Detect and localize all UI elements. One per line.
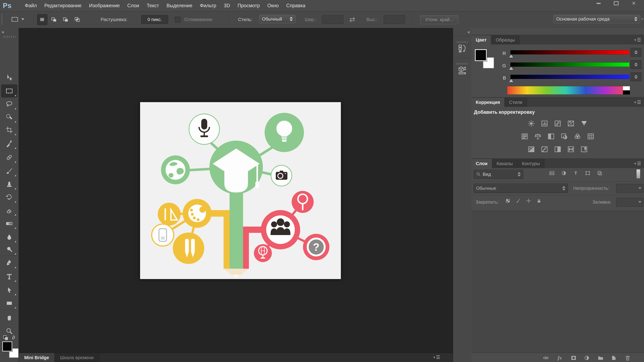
new-layer-icon[interactable] (610, 355, 617, 361)
photo-filter-icon[interactable] (560, 133, 568, 140)
layer-mask-icon[interactable] (570, 355, 577, 361)
green-value-input[interactable]: 0 (630, 60, 642, 69)
swap-colors-button[interactable] (2, 335, 17, 341)
blue-value-input[interactable]: 0 (630, 72, 642, 81)
crop-tool[interactable] (1, 123, 17, 136)
quick-selection-tool[interactable] (1, 111, 17, 124)
lock-all-icon[interactable] (536, 197, 542, 204)
lasso-tool[interactable] (1, 98, 17, 111)
blue-slider-thumb[interactable] (509, 79, 513, 82)
dodge-tool[interactable] (1, 243, 17, 256)
new-group-icon[interactable] (597, 355, 604, 361)
expand-tools-icon[interactable]: » (2, 29, 3, 34)
green-slider-thumb[interactable] (509, 67, 513, 70)
tab-mini-bridge[interactable]: Mini Bridge (19, 353, 55, 362)
tab-layers[interactable]: Слои (471, 159, 492, 168)
layer-style-icon[interactable]: fx (556, 355, 563, 361)
tool-preset-picker[interactable] (10, 15, 24, 23)
blue-slider[interactable] (510, 74, 630, 79)
path-selection-tool[interactable] (1, 284, 17, 297)
tools-grip[interactable] (4, 36, 16, 38)
fill-value-dropdown[interactable] (616, 198, 643, 207)
minimize-button[interactable] (593, 0, 604, 6)
brush-tool[interactable] (1, 165, 17, 178)
black-swatch[interactable] (623, 90, 630, 94)
channel-mixer-icon[interactable] (573, 133, 582, 140)
refine-edge-button[interactable]: Уточн. край... (420, 15, 458, 24)
eraser-tool[interactable] (1, 204, 17, 217)
rectangular-marquee-tool[interactable] (1, 84, 17, 97)
hand-tool[interactable] (1, 312, 17, 325)
exposure-icon[interactable] (567, 120, 575, 127)
filter-by-type-icon[interactable]: T (572, 170, 579, 177)
layers-panel-menu-icon[interactable]: ▾☰ (634, 161, 641, 166)
menu-select[interactable]: Выделение (163, 1, 196, 11)
posterize-icon[interactable] (540, 145, 549, 153)
color-balance-icon[interactable] (534, 133, 542, 140)
invert-icon[interactable] (527, 145, 536, 153)
history-panel-button[interactable] (453, 36, 471, 58)
3d-panel-button[interactable] (453, 58, 471, 79)
rectangle-tool[interactable] (1, 297, 17, 310)
green-slider[interactable] (510, 62, 630, 67)
pen-tool[interactable] (1, 257, 17, 270)
gradient-tool[interactable] (1, 217, 17, 230)
width-input[interactable] (322, 15, 344, 24)
gradient-map-icon[interactable] (567, 145, 575, 153)
intersect-selection-button[interactable] (72, 14, 82, 25)
eyedropper-tool[interactable] (1, 137, 17, 150)
antialias-checkbox[interactable] (175, 17, 181, 23)
delete-layer-icon[interactable] (624, 355, 631, 361)
menu-window[interactable]: Окно (264, 1, 282, 11)
blend-mode-dropdown[interactable]: Обычные (474, 184, 568, 193)
menu-help[interactable]: Справка (282, 1, 309, 11)
menu-file[interactable]: Файл (21, 1, 40, 11)
healing-brush-tool[interactable] (1, 151, 17, 164)
layer-filter-dropdown[interactable]: Вид (474, 170, 523, 179)
red-slider[interactable] (510, 50, 630, 55)
red-slider-thumb[interactable] (509, 54, 513, 58)
vibrance-icon[interactable] (580, 120, 588, 127)
menu-3d[interactable]: 3D (220, 1, 234, 11)
selective-color-icon[interactable] (580, 145, 588, 153)
new-selection-button[interactable] (37, 14, 48, 25)
hue-saturation-icon[interactable] (520, 133, 529, 140)
subtract-selection-button[interactable] (60, 14, 71, 25)
workspace-dropdown[interactable]: Основная рабочая среда (554, 15, 640, 23)
color-spectrum-ramp[interactable] (507, 86, 630, 95)
lock-position-icon[interactable] (525, 197, 532, 204)
filter-by-adjustment-icon[interactable] (560, 170, 567, 177)
panel-foreground-swatch[interactable] (475, 49, 487, 61)
collapse-dock-icon[interactable]: « (468, 29, 469, 34)
lock-paint-icon[interactable] (515, 197, 522, 204)
levels-icon[interactable] (540, 120, 549, 127)
feather-input[interactable]: 0 пикс. (141, 15, 168, 24)
move-tool[interactable] (1, 71, 17, 84)
filter-by-smart-object-icon[interactable] (596, 170, 603, 177)
menu-layers[interactable]: Слои (124, 1, 143, 11)
white-swatch[interactable] (623, 86, 630, 90)
tab-styles[interactable]: Стили (505, 98, 527, 107)
history-brush-tool[interactable] (1, 191, 17, 204)
tab-channels[interactable]: Каналы (492, 159, 518, 168)
tab-swatches[interactable]: Образцы (491, 35, 520, 44)
tab-color[interactable]: Цвет (471, 35, 491, 44)
black-white-icon[interactable] (547, 133, 555, 140)
layer-filtering-toggle[interactable] (636, 169, 640, 179)
options-bar-grip[interactable] (1, 14, 2, 25)
lock-transparency-icon[interactable] (504, 197, 511, 204)
adjustment-layer-icon[interactable] (583, 355, 590, 361)
tab-paths[interactable]: Контуры (518, 159, 544, 168)
foreground-background-swatches[interactable] (2, 342, 18, 359)
curves-icon[interactable] (554, 120, 562, 127)
threshold-icon[interactable] (554, 145, 562, 153)
height-input[interactable] (384, 15, 405, 24)
document-canvas[interactable]: ? (140, 102, 341, 279)
swap-dimensions-button[interactable]: ⇄ (349, 15, 355, 23)
tab-adjustments[interactable]: Коррекция (471, 98, 505, 107)
maximize-button[interactable] (611, 0, 622, 6)
filter-by-image-icon[interactable] (548, 170, 555, 177)
color-panel-menu-icon[interactable]: ▾☰ (634, 37, 641, 42)
menu-edit[interactable]: Редактирование (40, 1, 85, 11)
canvas-area[interactable]: ? (19, 28, 453, 353)
